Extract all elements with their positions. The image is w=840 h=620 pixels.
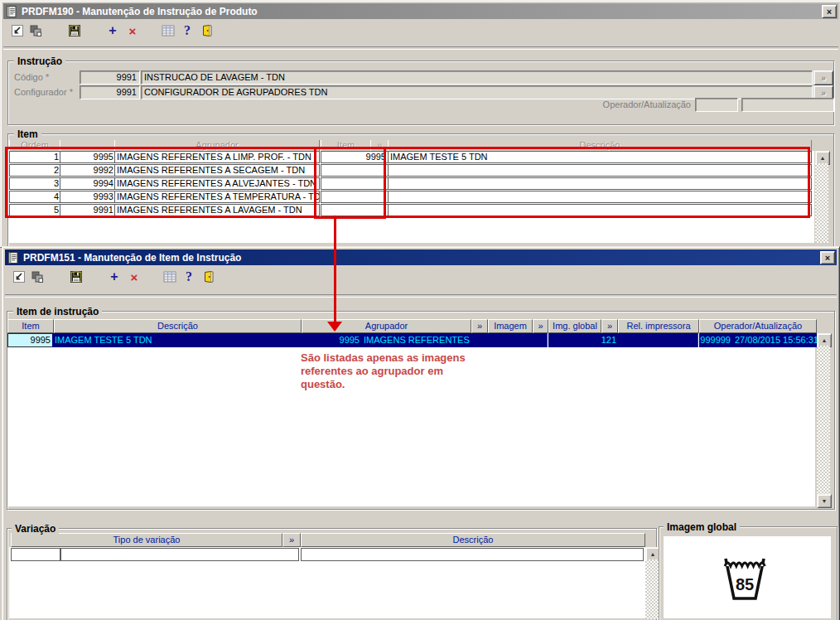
- row-agrupador-codigo-cell[interactable]: 9995: [302, 333, 363, 347]
- item-scrollbar[interactable]: ▲: [815, 151, 828, 243]
- highlight-box-rows: [5, 147, 316, 218]
- operador-label: Operador/Atualização: [579, 99, 691, 109]
- variacao-legend: Variação: [12, 523, 59, 535]
- close-icon: ×: [827, 7, 832, 16]
- item-legend: Item: [14, 128, 41, 140]
- col-header-descricao: Descrição: [54, 319, 302, 333]
- annotation-text: São listadas apenas as imagens referente…: [301, 351, 466, 391]
- save-icon[interactable]: [67, 23, 82, 38]
- row-agrupador-descricao-cell[interactable]: IMAGENS REFERENTES A LIMP. PROF: [361, 333, 473, 347]
- codigo-field[interactable]: 9991: [80, 70, 140, 85]
- annotation-line: São listadas apenas as imagens: [301, 351, 466, 365]
- window1-title: PRDFM190 - Manutenção de Instrução de Pr…: [22, 6, 258, 17]
- delete-icon[interactable]: ×: [125, 23, 140, 38]
- save-icon[interactable]: [69, 269, 84, 284]
- imagem-global-legend: Imagem global: [664, 521, 740, 533]
- operador-field[interactable]: [695, 98, 738, 112]
- help-icon[interactable]: ?: [181, 269, 196, 284]
- col-header-tipo-variacao: Tipo de variação: [11, 533, 282, 547]
- browse-grid-icon[interactable]: [162, 269, 177, 284]
- exit-door-icon[interactable]: [201, 269, 216, 284]
- chevron-icon: »: [607, 321, 612, 331]
- col-header-chevron: »: [533, 319, 548, 333]
- document-icon: [7, 251, 20, 264]
- row-img-global-cell[interactable]: 121: [548, 333, 620, 347]
- chevron-icon: »: [821, 74, 826, 83]
- item-instrucao-legend: Item de instrução: [13, 306, 102, 317]
- delete-icon[interactable]: ×: [127, 269, 142, 284]
- atualizacao-field[interactable]: [741, 98, 834, 112]
- arrow-up-icon: ▲: [822, 337, 828, 343]
- window2-titlebar[interactable]: PRDFM151 - Manutenção de Item de Instruç…: [5, 249, 837, 265]
- col-header-descricao: Descrição: [301, 533, 645, 547]
- toolbar-separator: [5, 294, 837, 298]
- variacao-row-descricao-cell[interactable]: [301, 548, 644, 561]
- col-header-rel-impressora: Rel. impressora: [618, 319, 699, 333]
- add-icon[interactable]: +: [107, 269, 122, 284]
- wash-symbol-85-icon: 85: [722, 555, 768, 603]
- col-header-imagem: Imagem: [488, 319, 533, 333]
- window1-toolbar: + × ?: [3, 22, 838, 45]
- row-operador-cell[interactable]: 999999: [699, 333, 734, 347]
- col-header-operador: Operador/Atualização: [699, 319, 817, 333]
- red-arrow-head: [327, 322, 342, 332]
- toolbar-separator: [3, 46, 838, 50]
- window1-close-button[interactable]: ×: [822, 5, 837, 18]
- codigo-label: Código *: [14, 72, 49, 82]
- help-icon[interactable]: ?: [180, 23, 195, 38]
- codigo-zoom-button[interactable]: »: [813, 70, 833, 85]
- arrow-up-icon: ▲: [650, 551, 656, 557]
- item-instrucao-scrollbar[interactable]: ▲ ▼: [817, 333, 830, 506]
- row-item-cell[interactable]: 9995: [7, 333, 54, 347]
- arrow-up-icon: ▲: [820, 155, 826, 161]
- add-icon[interactable]: +: [105, 23, 120, 38]
- cascade-windows-icon[interactable]: [30, 269, 45, 284]
- chevron-icon: »: [538, 321, 543, 331]
- highlight-box-descricao-column: [384, 147, 810, 218]
- scroll-down-button[interactable]: ▼: [817, 494, 832, 508]
- variacao-scrollbar[interactable]: ▲: [645, 547, 659, 619]
- navigate-arrow-icon[interactable]: [10, 23, 25, 38]
- configurador-field[interactable]: 9991: [80, 85, 140, 99]
- browse-grid-icon[interactable]: [161, 23, 176, 38]
- cascade-windows-icon[interactable]: [28, 23, 43, 38]
- variacao-row-tipo-cell[interactable]: [60, 548, 299, 561]
- highlight-box-item-column: [314, 147, 386, 219]
- configurador-label: Configurador *: [14, 87, 73, 97]
- navigate-arrow-icon[interactable]: [12, 269, 27, 284]
- row-atualizacao-cell[interactable]: 27/08/2015 15:56:31: [732, 333, 818, 347]
- row-descricao-cell[interactable]: IMAGEM TESTE 5 TDN: [52, 333, 303, 347]
- wash-temperature-value: 85: [736, 575, 754, 593]
- annotation-line: questão.: [301, 378, 466, 391]
- col-header-chevron: »: [282, 533, 301, 547]
- chevron-icon: »: [477, 321, 482, 331]
- close-icon: ×: [825, 254, 830, 262]
- col-header-chevron: »: [601, 319, 618, 333]
- window2-toolbar: + × ?: [5, 268, 837, 291]
- scrollbar-track[interactable]: [817, 346, 830, 494]
- scrollbar-track[interactable]: [815, 163, 828, 243]
- document-icon: [5, 5, 18, 18]
- window1-titlebar[interactable]: PRDFM190 - Manutenção de Instrução de Pr…: [3, 3, 838, 19]
- col-header-img-global: Img. global: [548, 319, 601, 333]
- desktop: { "glyphs": { "chevron": "»", "close": "…: [0, 0, 840, 620]
- row-rel-impressora-cell[interactable]: [618, 333, 698, 347]
- scrollbar-track[interactable]: [645, 559, 659, 619]
- exit-door-icon[interactable]: [200, 23, 215, 38]
- red-arrow-shaft: [334, 216, 336, 322]
- window2-close-button[interactable]: ×: [820, 251, 835, 264]
- instrucao-legend: Instrução: [14, 56, 65, 67]
- row-imagem-cell[interactable]: [471, 333, 548, 347]
- variacao-row-codigo-cell[interactable]: [11, 548, 60, 561]
- col-header-item: Item: [7, 319, 54, 333]
- annotation-line: referentes ao agrupador em: [301, 365, 466, 378]
- codigo-desc-field[interactable]: INSTRUCAO DE LAVAGEM - TDN: [141, 70, 813, 85]
- window2-title: PRDFM151 - Manutenção de Item de Instruç…: [23, 252, 241, 264]
- window-prdfm151: PRDFM151 - Manutenção de Item de Instruç…: [2, 246, 840, 620]
- arrow-down-icon: ▼: [822, 498, 828, 504]
- col-header-chevron: »: [471, 319, 488, 333]
- chevron-icon: »: [821, 89, 826, 98]
- chevron-icon: »: [289, 535, 294, 545]
